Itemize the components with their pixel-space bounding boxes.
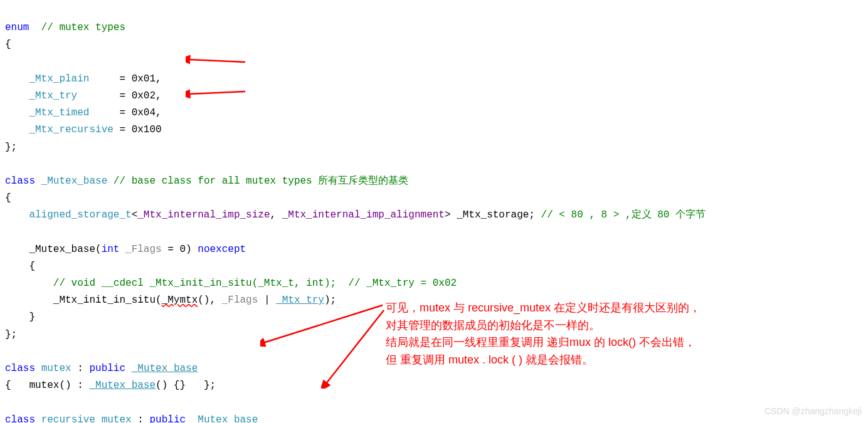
brace: };: [5, 329, 17, 340]
brace: {: [5, 39, 11, 50]
annotation-line: 可见，mutex 与 recursive_mutex 在定义时还是有很大区别的，: [386, 300, 701, 317]
watermark: CSDN @zhangzhangkeji: [765, 404, 862, 419]
class-name: mutex: [41, 363, 71, 374]
annotation-text: 可见，mutex 与 recursive_mutex 在定义时还是有很大区别的，…: [386, 300, 701, 369]
enum-member: _Mtx_plain: [29, 73, 89, 85]
brace: };: [5, 142, 17, 153]
enum-member: _Mtx_timed: [29, 107, 89, 118]
comment: // base class for all mutex types 所有互斥类型…: [114, 175, 408, 187]
kw-enum: enum: [5, 22, 29, 33]
comment: // void __cdecl _Mtx_init_in_situ(_Mtx_t…: [53, 278, 457, 289]
ctor-name: _Mutex_base: [29, 244, 95, 255]
comment: // < 80 , 8 > ,定义 80 个字节: [541, 209, 706, 221]
kw-class: class: [5, 175, 35, 187]
brace: {: [5, 192, 11, 204]
enum-member: _Mtx_try: [29, 90, 77, 102]
annotation-line: 结局就是在同一线程里重复调用 递归mux 的 lock() 不会出错，: [386, 334, 701, 352]
comment: // mutex types: [41, 22, 125, 33]
kw-class: class: [5, 414, 35, 424]
annotation-line: 但 重复调用 mutex . lock ( ) 就是会报错。: [386, 352, 701, 369]
class-name: recursive_mutex: [41, 414, 132, 424]
class-name: _Mutex_base: [41, 175, 108, 187]
annotation-line: 对其管理的数据成员的初始化是不一样的。: [386, 317, 701, 335]
enum-member: _Mtx_recursive: [29, 124, 113, 135]
type: aligned_storage_t: [29, 209, 131, 221]
fn-call: _Mtx_init_in_situ: [53, 295, 156, 306]
kw-class: class: [5, 363, 35, 374]
